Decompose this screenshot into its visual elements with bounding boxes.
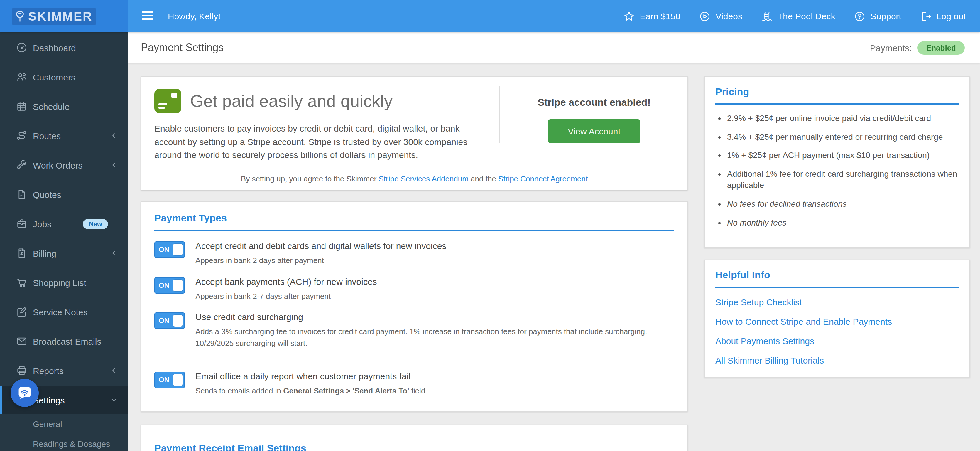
support-button[interactable]: Support xyxy=(854,10,901,22)
stripe-services-addendum-link[interactable]: Stripe Services Addendum xyxy=(379,174,469,183)
ach-toggle[interactable]: ON xyxy=(154,277,185,293)
connect-stripe-link[interactable]: How to Connect Stripe and Enable Payment… xyxy=(715,317,959,327)
payment-type-row: ON Email office a daily report when cust… xyxy=(154,371,674,397)
pricing-bullet: 3.4% + $25¢ per manually entered or recu… xyxy=(727,131,959,143)
credit-card-icon xyxy=(154,89,181,113)
shopping-list-icon xyxy=(16,277,27,288)
routes-icon xyxy=(16,130,27,142)
stripe-connect-agreement-link[interactable]: Stripe Connect Agreement xyxy=(498,174,588,183)
toggle-label: Accept credit and debit cards and digita… xyxy=(196,241,446,251)
customers-icon xyxy=(16,71,27,83)
play-circle-icon xyxy=(699,10,711,22)
payment-types-heading: Payment Types xyxy=(154,213,674,224)
dashboard-icon xyxy=(16,42,27,53)
toggle-description: Appears in bank 2 days after payment xyxy=(196,255,446,266)
help-circle-icon xyxy=(854,10,866,22)
page-title: Payment Settings xyxy=(141,41,224,54)
sidebar-item-broadcast-emails[interactable]: Broadcast Emails xyxy=(0,327,128,355)
toggle-description: Adds a 3% surcharging fee to invoices fo… xyxy=(196,326,665,349)
stripe-card-description: Enable customers to pay invoices by cred… xyxy=(154,122,487,162)
billing-icon xyxy=(16,247,27,259)
reports-icon xyxy=(16,365,27,376)
pricing-bullet: 2.9% + $25¢ per online invoice paid via … xyxy=(727,113,959,124)
toggle-description: Sends to emails added in General Setting… xyxy=(196,385,425,397)
billing-tutorials-link[interactable]: All Skimmer Billing Tutorials xyxy=(715,355,959,365)
videos-button[interactable]: Videos xyxy=(699,10,742,22)
agreement-text: By setting up, you agree to the Skimmer … xyxy=(142,174,687,183)
work-orders-icon xyxy=(16,159,27,171)
row-divider xyxy=(154,360,674,361)
toggle-label: Accept bank payments (ACH) for new invoi… xyxy=(196,276,377,286)
logout-button[interactable]: Log out xyxy=(920,10,966,22)
hamburger-menu-icon[interactable] xyxy=(142,11,153,21)
schedule-icon xyxy=(16,100,27,112)
pool-deck-button[interactable]: The Pool Deck xyxy=(761,10,835,22)
sidebar-item-quotes[interactable]: Quotes xyxy=(0,180,128,209)
section-divider xyxy=(154,229,674,231)
sidebar-item-schedule[interactable]: Schedule xyxy=(0,92,128,120)
payments-label: Payments: xyxy=(870,43,912,53)
payments-status-badge: Enabled xyxy=(918,41,965,54)
stripe-card-title: Get paid easily and quickly xyxy=(190,91,393,111)
main-content: Get paid easily and quickly Enable custo… xyxy=(128,63,980,451)
sidebar-subitem-general[interactable]: General xyxy=(0,414,128,434)
sidebar-item-shopping-list[interactable]: Shopping List xyxy=(0,268,128,296)
sidebar-subitem-readings-dosages[interactable]: Readings & Dosages xyxy=(0,434,128,451)
chat-launcher-button[interactable] xyxy=(11,379,39,407)
pricing-card: Pricing 2.9% + $25¢ per online invoice p… xyxy=(704,76,970,248)
logout-icon xyxy=(920,10,932,22)
surcharging-toggle[interactable]: ON xyxy=(154,312,185,329)
topbar: SKIMMER Howdy, Kelly! Earn $150 Videos xyxy=(0,0,980,32)
skimmer-net-icon xyxy=(13,10,26,22)
payment-type-row: ON Accept credit and debit cards and dig… xyxy=(154,241,674,266)
pricing-bullet: No monthly fees xyxy=(727,217,959,228)
logo-area: SKIMMER xyxy=(0,0,128,32)
skimmer-logo[interactable]: SKIMMER xyxy=(12,8,96,24)
earn-150-button[interactable]: Earn $150 xyxy=(623,10,680,22)
sidebar-item-service-notes[interactable]: Service Notes xyxy=(0,298,128,326)
pricing-heading: Pricing xyxy=(715,86,959,98)
toggle-description: Appears in bank 2-7 days after payment xyxy=(196,290,377,302)
chevron-left-icon xyxy=(110,249,118,257)
payment-receipt-card: Payment Receipt Email Settings xyxy=(141,424,688,451)
view-account-button[interactable]: View Account xyxy=(548,119,641,143)
new-badge: New xyxy=(83,219,108,229)
user-greeting: Howdy, Kelly! xyxy=(168,0,221,32)
sidebar-item-routes[interactable]: Routes xyxy=(0,121,128,150)
payment-type-row: ON Use credit card surcharging Adds a 3%… xyxy=(154,312,674,349)
chevron-down-icon xyxy=(110,396,118,404)
chevron-left-icon xyxy=(110,161,118,169)
payment-types-card: Payment Types ON Accept credit and debit… xyxy=(141,201,688,411)
jobs-icon xyxy=(16,218,27,229)
sidebar-item-customers[interactable]: Customers xyxy=(0,63,128,91)
section-divider xyxy=(715,287,959,288)
helpful-info-card: Helpful Info Stripe Setup Checklist How … xyxy=(704,260,970,378)
payment-type-row: ON Accept bank payments (ACH) for new in… xyxy=(154,276,674,302)
stripe-card: Get paid easily and quickly Enable custo… xyxy=(141,76,688,190)
helpful-info-heading: Helpful Info xyxy=(715,269,959,281)
chevron-left-icon xyxy=(110,367,118,375)
stripe-setup-checklist-link[interactable]: Stripe Setup Checklist xyxy=(715,297,959,307)
logo-text: SKIMMER xyxy=(28,9,92,23)
about-payments-settings-link[interactable]: About Payments Settings xyxy=(715,336,959,346)
chat-bubble-icon xyxy=(17,385,32,400)
pricing-bullet: Additional 1% fee for credit card surcha… xyxy=(727,169,959,191)
quotes-icon xyxy=(16,188,27,200)
pricing-list: 2.9% + $25¢ per online invoice paid via … xyxy=(715,113,959,228)
sidebar-item-billing[interactable]: Billing xyxy=(0,239,128,267)
cards-wallets-toggle[interactable]: ON xyxy=(154,241,185,258)
stripe-status-text: Stripe account enabled! xyxy=(500,97,688,108)
broadcast-emails-icon xyxy=(16,335,27,347)
payment-receipt-heading: Payment Receipt Email Settings xyxy=(154,443,674,451)
failed-payments-email-toggle[interactable]: ON xyxy=(154,372,185,388)
section-divider xyxy=(715,104,959,105)
sidebar-item-dashboard[interactable]: Dashboard xyxy=(0,33,128,62)
toggle-label: Use credit card surcharging xyxy=(196,312,665,322)
sidebar-item-jobs[interactable]: Jobs New xyxy=(0,210,128,238)
chevron-left-icon xyxy=(110,132,118,140)
pricing-bullet: No fees for declined transactions xyxy=(727,199,959,210)
sidebar-item-work-orders[interactable]: Work Orders xyxy=(0,151,128,179)
pool-ladder-icon xyxy=(761,10,773,22)
pricing-bullet: 1% + $25¢ per ACH payment (max $10 per t… xyxy=(727,150,959,161)
service-notes-icon xyxy=(16,306,27,318)
